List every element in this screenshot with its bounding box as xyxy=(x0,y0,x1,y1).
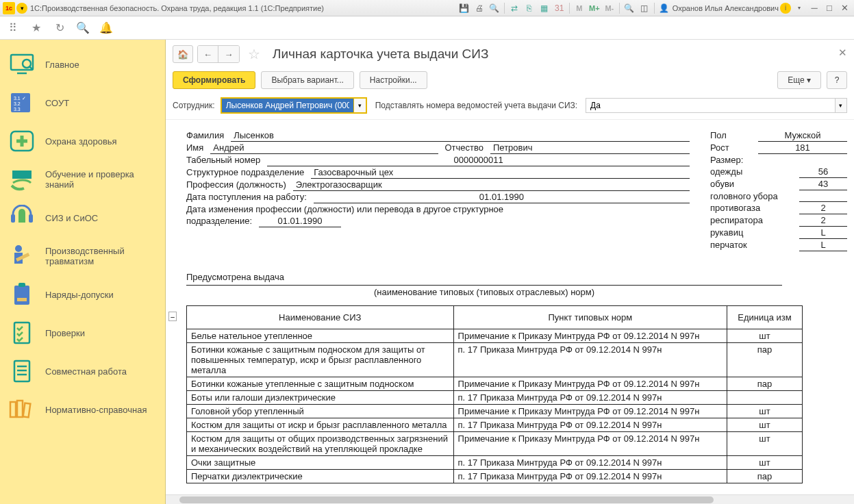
m-plus-button[interactable]: M+ xyxy=(588,2,601,14)
table-row: Костюм для защиты от общих производствен… xyxy=(187,432,803,456)
cell-norm: п. 17 Приказа Минтруда РФ от 09.12.2014 … xyxy=(453,456,727,470)
sidebar-item-siz[interactable]: СИЗ и СиОС xyxy=(0,199,165,237)
sidebar-item-training[interactable]: Обучение и проверка знаний xyxy=(0,160,165,199)
cell-name: Костюм для защиты от искр и брызг распла… xyxy=(187,418,454,432)
sidebar-item-injury[interactable]: Производственный травматизм xyxy=(0,237,165,275)
cell-unit: пар xyxy=(727,377,803,391)
cell-norm: п. 17 Приказа Минтруда РФ от 09.12.2014 … xyxy=(453,470,727,483)
cell-norm: Примечание к Приказу Минтруда РФ от 09.1… xyxy=(453,405,727,418)
save-icon[interactable]: 💾 xyxy=(457,2,471,14)
favorite-icon[interactable]: ★ xyxy=(29,21,44,36)
user-name: Охранов Илья Александрович xyxy=(673,4,779,12)
firstname-label: Имя xyxy=(186,142,203,154)
employee-dropdown-icon[interactable]: ▾ xyxy=(353,99,366,112)
app-logo-icon: 1c xyxy=(3,2,15,14)
col-name: Наименование СИЗ xyxy=(187,306,454,329)
help-button[interactable]: ? xyxy=(827,71,847,89)
collapse-handle[interactable]: – xyxy=(168,312,177,321)
generate-button[interactable]: Сформировать xyxy=(173,71,255,89)
home-button[interactable]: 🏠 xyxy=(173,45,193,63)
notifications-icon[interactable]: 🔔 xyxy=(99,21,114,36)
table-row: Белье нательное утепленноеПримечание к П… xyxy=(187,329,803,343)
substitute-label: Подставлять номера ведомостей учета выда… xyxy=(375,101,577,110)
title-bar: 1c ▾ 1С:Производственная безопасность. О… xyxy=(0,0,854,16)
height-value: 181 xyxy=(758,142,847,154)
sidebar-item-label: СИЗ и СиОС xyxy=(45,213,98,223)
more-button[interactable]: Еще ▾ xyxy=(777,71,821,89)
cell-unit: шт xyxy=(727,418,803,432)
substitute-combo[interactable]: ▾ xyxy=(586,98,847,113)
bookmark-icon[interactable]: ☆ xyxy=(248,46,264,62)
preview-icon[interactable]: 🔍 xyxy=(488,2,501,14)
apps-icon[interactable]: ⠿ xyxy=(5,21,21,36)
cell-name: Очки защитные xyxy=(187,456,454,470)
sidebar-item-label: Охрана здоровья xyxy=(45,136,117,147)
sidebar-item-permits[interactable]: Наряды-допуски xyxy=(0,275,165,314)
print-icon[interactable]: 🖨 xyxy=(473,2,486,14)
compare-icon[interactable]: ⇄ xyxy=(507,2,521,14)
settings-button[interactable]: Настройки... xyxy=(360,71,427,89)
horizontal-scrollbar[interactable] xyxy=(166,494,854,504)
prof-label: Профессия (должность) xyxy=(186,179,286,191)
svg-rect-15 xyxy=(18,283,25,287)
back-button[interactable]: ← xyxy=(198,46,218,62)
substitute-dropdown-icon[interactable]: ▾ xyxy=(835,99,846,112)
table-row: Перчатки диэлектрическиеп. 17 Приказа Ми… xyxy=(187,470,803,483)
mittens-label: рукавиц xyxy=(710,227,792,239)
sidebar-item-label: СОУТ xyxy=(45,98,69,108)
choose-variant-button[interactable]: Выбрать вариант... xyxy=(261,71,353,89)
minimize-button[interactable]: ─ xyxy=(807,2,821,14)
doc-lines-icon xyxy=(8,357,36,385)
table-row: Головной убор утепленныйПримечание к При… xyxy=(187,405,803,418)
calendar-icon[interactable]: 31 xyxy=(553,2,566,14)
employee-input[interactable] xyxy=(222,99,353,112)
cell-name: Ботинки кожаные утепленные с защитным по… xyxy=(187,377,454,391)
close-button[interactable]: ✕ xyxy=(838,2,851,14)
medical-icon xyxy=(8,127,36,155)
svg-text:3.1 ✓: 3.1 ✓ xyxy=(14,96,26,101)
svg-rect-22 xyxy=(10,402,16,417)
maximize-button[interactable]: □ xyxy=(822,2,836,14)
info-icon[interactable]: i xyxy=(780,3,791,14)
m-button[interactable]: M xyxy=(573,2,586,14)
search-icon[interactable]: 🔍 xyxy=(75,21,90,36)
secondary-toolbar: ⠿ ★ ↻ 🔍 🔔 xyxy=(0,16,854,40)
cell-name: Ботинки кожаные с защитным подноском для… xyxy=(187,343,454,377)
m-minus-button[interactable]: M- xyxy=(603,2,616,14)
sidebar-item-main[interactable]: Главное xyxy=(0,45,165,84)
sidebar-item-health[interactable]: Охрана здоровья xyxy=(0,122,165,160)
cell-unit: шт xyxy=(727,432,803,456)
lastname-value: Лысенков xyxy=(231,129,690,142)
forward-button[interactable]: → xyxy=(218,46,239,62)
page-title: Личная карточка учета выдачи СИЗ xyxy=(273,47,488,62)
shoes-value: 43 xyxy=(799,178,847,190)
panel-icon[interactable]: ◫ xyxy=(638,2,651,14)
employee-combo[interactable]: ▾ xyxy=(221,97,367,114)
history-icon[interactable]: ↻ xyxy=(52,21,67,36)
close-tab-button[interactable]: ✕ xyxy=(838,47,847,59)
cell-norm: Примечание к Приказу Минтруда РФ от 09.1… xyxy=(453,377,727,391)
copy-icon[interactable]: ⎘ xyxy=(523,2,536,14)
sidebar-item-reference[interactable]: Нормативно-справочная xyxy=(0,390,165,429)
info-dd-icon[interactable]: ▾ xyxy=(792,2,806,14)
sidebar-item-collab[interactable]: Совместная работа xyxy=(0,352,165,390)
sidebar-item-checks[interactable]: Проверки xyxy=(0,314,165,352)
sidebar-item-sout[interactable]: 3.1 ✓3.23.3 СОУТ xyxy=(0,84,165,122)
cell-unit xyxy=(727,391,803,405)
zoom-icon[interactable]: 🔍 xyxy=(623,2,636,14)
gloves-value: L xyxy=(799,239,847,251)
tabnum-label: Табельный номер xyxy=(186,154,260,166)
app-menu-icon[interactable]: ▾ xyxy=(16,3,27,14)
sidebar-item-label: Нормативно-справочная xyxy=(45,405,147,415)
substitute-input[interactable] xyxy=(586,99,835,112)
clipboard-icon xyxy=(8,281,36,308)
user-icon: 👤 xyxy=(657,2,671,14)
calculator-icon[interactable]: ▦ xyxy=(538,2,551,14)
cell-name: Костюм для защиты от общих производствен… xyxy=(187,432,454,456)
cell-unit: пар xyxy=(727,470,803,483)
book-hand-icon xyxy=(8,166,36,193)
svg-rect-10 xyxy=(29,214,33,223)
cell-name: Белье нательное утепленное xyxy=(187,329,454,343)
svg-point-11 xyxy=(15,245,22,252)
hiredate-label: Дата поступления на работу: xyxy=(186,191,307,203)
